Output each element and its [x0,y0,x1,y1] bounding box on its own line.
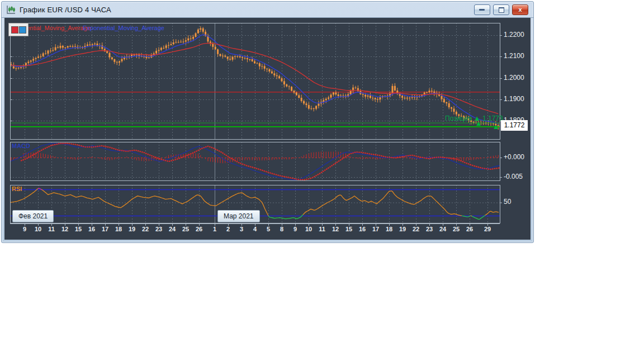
blue-ema-swatch-icon [19,26,26,34]
x-tick-14-day-1: 1 [213,226,216,232]
price-macd-rsi-plot [4,18,531,240]
x-tick-33-day-26: 26 [466,226,473,232]
x-tick-7-day-18: 18 [115,226,122,232]
x-tick-31-day-24: 24 [439,226,446,232]
close-icon: x [513,5,528,15]
x-tick-5-day-16: 16 [88,226,95,232]
position-price: 1.1773 [482,115,503,122]
month-label-feb: Фев 2021 [12,210,54,222]
x-tick-0-day-9: 9 [23,226,26,232]
x-tick-25-day-16: 16 [359,226,366,232]
chart-window: График EUR /USD 4 ЧАСА x Exponential_Mov… [1,1,534,243]
minimize-icon [479,9,485,11]
rsi-tick-50: 50 [504,198,511,206]
position-label: Позиция ▲ 1.1773 [445,114,503,122]
x-tick-3-day-12: 12 [61,226,68,232]
macd-panel-label: MACD [12,142,30,149]
x-tick-24-day-15: 15 [345,226,352,232]
x-tick-10-day-23: 23 [155,226,162,232]
legend-blue-ema-label: Exponential_Moving_Average [83,25,164,31]
candlestick-chart-icon [6,5,16,15]
x-tick-21-day-10: 10 [305,226,312,232]
x-tick-13-day-26: 26 [196,226,202,232]
restore-icon [499,7,504,13]
price-tick-1.2000: 1.2000 [504,74,524,82]
x-tick-20-day-9: 9 [293,226,297,232]
x-tick-22-day-11: 11 [319,226,325,232]
position-text: Позиция [445,115,471,122]
x-tick-17-day-4: 4 [253,226,257,232]
month-label-mar: Мар 2021 [217,210,260,222]
x-tick-1-day-10: 10 [35,226,41,232]
chart-canvas[interactable]: Exponential_Moving_Average Exponential_M… [4,18,531,240]
rsi-panel-label: RSI [12,185,22,192]
x-tick-23-day-12: 12 [332,226,339,232]
x-tick-6-day-17: 17 [102,226,108,232]
macd-tick--0.005: -0.005 [504,173,523,180]
x-tick-12-day-25: 25 [182,226,189,232]
x-tick-27-day-18: 18 [386,226,392,232]
close-button[interactable]: x [512,4,528,15]
window-controls: x [474,4,528,15]
x-tick-4-day-15: 15 [75,226,82,232]
macd-tick-+0.000: +0.000 [504,153,524,161]
x-tick-8-day-19: 19 [129,226,135,232]
x-tick-9-day-22: 22 [142,226,149,232]
legend-box[interactable] [8,23,29,36]
x-tick-34-day-29: 29 [484,226,491,232]
price-tick-1.2100: 1.2100 [504,52,524,60]
minimize-button[interactable] [474,4,490,15]
x-tick-29-day-22: 22 [413,226,419,232]
x-tick-18-day-5: 5 [267,226,270,232]
position-up-arrow-icon: ▲ [473,114,481,122]
restore-button[interactable] [493,4,509,15]
x-tick-11-day-24: 24 [169,226,176,232]
price-tick-1.2200: 1.2200 [504,31,524,39]
x-tick-15-day-2: 2 [226,226,230,232]
x-tick-28-day-19: 19 [399,226,406,232]
price-tick-1.1900: 1.1900 [504,95,524,103]
x-tick-30-day-23: 23 [426,226,433,232]
x-tick-2-day-11: 11 [48,226,55,232]
titlebar[interactable]: График EUR /USD 4 ЧАСА x [2,2,533,18]
current-price-tag: 1.1772 [501,120,528,131]
x-tick-26-day-17: 17 [372,226,379,232]
red-ema-swatch-icon [11,26,18,34]
x-tick-19-day-8: 8 [280,226,283,232]
window-title: График EUR /USD 4 ЧАСА [20,6,111,14]
x-tick-16-day-3: 3 [240,226,243,232]
x-tick-32-day-25: 25 [453,226,460,232]
